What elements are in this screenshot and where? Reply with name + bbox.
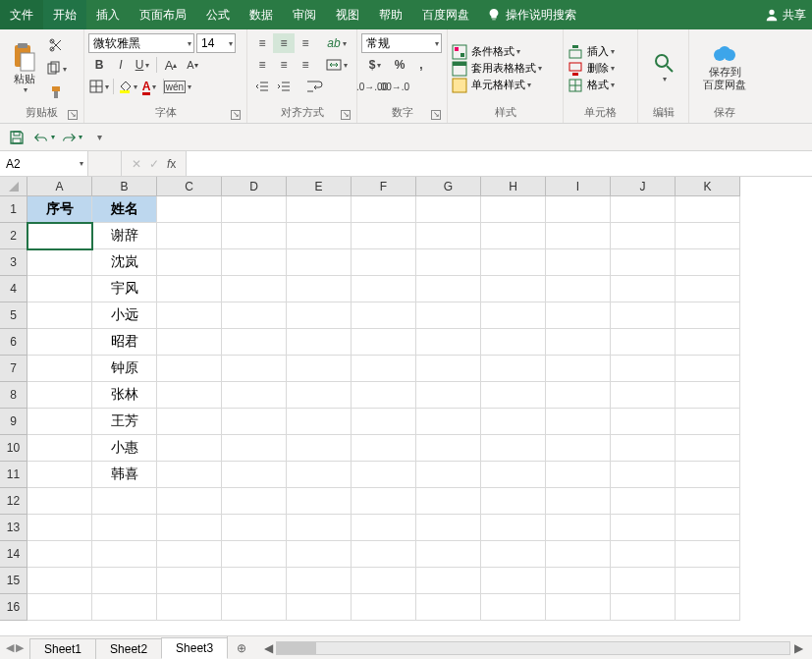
save-button[interactable] xyxy=(6,127,27,148)
cell[interactable] xyxy=(676,568,740,594)
cell[interactable] xyxy=(287,249,352,276)
cell[interactable] xyxy=(157,382,222,409)
new-sheet-button[interactable]: ⊕ xyxy=(227,636,254,659)
cell[interactable] xyxy=(287,276,352,302)
insert-cells-button[interactable]: 插入▾ xyxy=(568,44,633,60)
cell[interactable] xyxy=(27,462,92,488)
spreadsheet-grid[interactable]: ABCDEFGHIJK1序号姓名2谢辞3沈岚4宇风5小远6昭君7钟原8张林9王芳… xyxy=(0,177,812,635)
cell[interactable] xyxy=(157,541,222,568)
cell[interactable] xyxy=(287,568,352,594)
cut-button[interactable] xyxy=(45,35,67,55)
formula-input[interactable] xyxy=(192,156,806,172)
decrease-font-button[interactable]: A▾ xyxy=(182,55,203,75)
cell[interactable]: 小远 xyxy=(92,302,157,329)
align-center-button[interactable]: ≡ xyxy=(273,55,295,75)
cell[interactable] xyxy=(27,382,92,409)
cell[interactable] xyxy=(27,488,92,515)
cell[interactable] xyxy=(546,515,611,541)
cell[interactable] xyxy=(92,594,157,621)
fx-button[interactable]: fx xyxy=(167,157,176,171)
cell[interactable] xyxy=(611,488,676,515)
cell[interactable] xyxy=(611,223,676,249)
cell[interactable] xyxy=(676,409,740,435)
cell[interactable] xyxy=(157,568,222,594)
share-button[interactable]: 共享 xyxy=(757,0,812,29)
cell[interactable] xyxy=(157,435,222,462)
cell[interactable] xyxy=(481,249,546,276)
cell[interactable]: 姓名 xyxy=(92,196,157,223)
orientation-button[interactable]: ab▾ xyxy=(322,33,352,53)
cell[interactable] xyxy=(416,515,481,541)
cell[interactable] xyxy=(416,409,481,435)
decrease-indent-button[interactable] xyxy=(251,77,273,96)
cell[interactable] xyxy=(287,515,352,541)
cell[interactable] xyxy=(481,382,546,409)
cell[interactable] xyxy=(546,409,611,435)
cell[interactable] xyxy=(222,409,287,435)
cell[interactable] xyxy=(546,329,611,356)
cell[interactable] xyxy=(546,356,611,382)
cell[interactable]: 小惠 xyxy=(92,435,157,462)
cell[interactable] xyxy=(611,568,676,594)
cell[interactable] xyxy=(481,356,546,382)
font-size-combo[interactable]: 14▾ xyxy=(196,33,236,53)
number-format-combo[interactable]: 常规▾ xyxy=(361,33,442,53)
cell[interactable] xyxy=(157,594,222,621)
cell[interactable] xyxy=(546,435,611,462)
column-header[interactable]: C xyxy=(157,177,222,196)
percent-button[interactable]: % xyxy=(389,55,410,75)
cell[interactable] xyxy=(481,541,546,568)
alignment-dialog-launcher[interactable]: ↘ xyxy=(341,110,351,120)
cell[interactable] xyxy=(222,196,287,223)
paste-button[interactable]: 粘贴 ▾ xyxy=(4,31,45,103)
cell[interactable] xyxy=(481,462,546,488)
cell[interactable] xyxy=(287,302,352,329)
cell[interactable] xyxy=(157,356,222,382)
cell[interactable] xyxy=(222,382,287,409)
cell[interactable] xyxy=(157,276,222,302)
cell[interactable] xyxy=(546,196,611,223)
column-header[interactable]: F xyxy=(352,177,416,196)
cell[interactable] xyxy=(287,196,352,223)
phonetic-button[interactable]: wén▾ xyxy=(167,77,189,96)
cell[interactable] xyxy=(416,541,481,568)
cell[interactable] xyxy=(676,329,740,356)
cell[interactable] xyxy=(676,196,740,223)
cell[interactable] xyxy=(352,435,416,462)
cell[interactable] xyxy=(676,435,740,462)
cell[interactable] xyxy=(92,541,157,568)
cell[interactable] xyxy=(352,541,416,568)
cell[interactable] xyxy=(287,329,352,356)
cell[interactable] xyxy=(352,409,416,435)
cell[interactable] xyxy=(352,356,416,382)
column-header[interactable]: B xyxy=(92,177,157,196)
tab-file[interactable]: 文件 xyxy=(0,0,43,29)
column-header[interactable]: J xyxy=(611,177,676,196)
cell[interactable] xyxy=(611,515,676,541)
cell[interactable] xyxy=(611,435,676,462)
cell[interactable] xyxy=(287,356,352,382)
cell[interactable] xyxy=(27,409,92,435)
horizontal-scrollbar[interactable]: ◀▶ xyxy=(254,636,812,659)
cell[interactable] xyxy=(546,594,611,621)
cell[interactable] xyxy=(222,462,287,488)
cell[interactable] xyxy=(222,276,287,302)
cell[interactable] xyxy=(27,594,92,621)
cell[interactable] xyxy=(352,568,416,594)
cell[interactable] xyxy=(352,302,416,329)
cell[interactable] xyxy=(546,462,611,488)
row-header[interactable]: 9 xyxy=(0,409,27,435)
cell[interactable] xyxy=(546,223,611,249)
row-header[interactable]: 14 xyxy=(0,541,27,568)
cell[interactable] xyxy=(287,435,352,462)
cell[interactable] xyxy=(352,196,416,223)
cell[interactable] xyxy=(416,435,481,462)
sheet-nav-prev[interactable]: ◀ xyxy=(6,641,14,654)
cell[interactable]: 韩喜 xyxy=(92,462,157,488)
cell[interactable] xyxy=(352,329,416,356)
cell[interactable] xyxy=(676,462,740,488)
row-header[interactable]: 5 xyxy=(0,302,27,329)
cell[interactable] xyxy=(611,356,676,382)
cell[interactable]: 张林 xyxy=(92,382,157,409)
cell[interactable] xyxy=(481,594,546,621)
